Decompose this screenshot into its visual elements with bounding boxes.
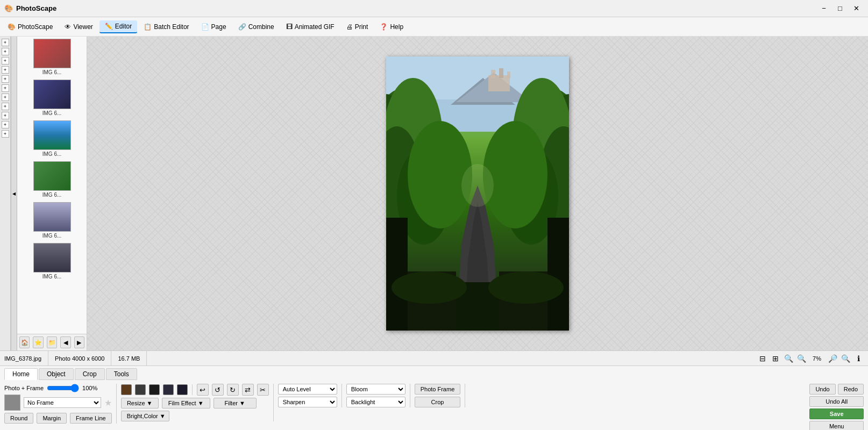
round-button[interactable]: Round xyxy=(4,413,33,424)
rotate-cw-btn[interactable]: ↺ xyxy=(212,384,224,396)
tree-expand-5[interactable]: + xyxy=(2,75,9,83)
svg-point-25 xyxy=(461,164,494,207)
nav-back-btn[interactable]: ◀ xyxy=(60,336,70,348)
menu-photoscape[interactable]: 🎨 PhotoScape xyxy=(2,21,58,33)
tab-crop[interactable]: Crop xyxy=(75,368,105,380)
tree-expand-11[interactable]: + xyxy=(2,130,9,138)
svg-point-19 xyxy=(483,121,547,228)
app-title: PhotoScape xyxy=(16,4,56,12)
close-button[interactable]: ✕ xyxy=(849,3,864,15)
menu-page[interactable]: 📄 Page xyxy=(196,21,232,33)
resize-filter-row: Resize ▼ Film Effect ▼ Filter ▼ xyxy=(121,398,269,408)
thumbnail-label: IMG 6... xyxy=(42,110,62,116)
divider-1 xyxy=(192,384,193,395)
bright-color-button[interactable]: Bright,Color ▼ xyxy=(121,411,169,421)
undo-button[interactable]: Undo xyxy=(809,384,835,395)
thumbnail-image xyxy=(33,39,71,68)
filename-text: IMG_6378.jpg xyxy=(4,355,41,362)
tree-expand-6[interactable]: + xyxy=(2,84,9,92)
titlebar-controls: − □ ✕ xyxy=(816,3,864,15)
svg-point-28 xyxy=(392,271,467,304)
fit-all-btn[interactable]: ⊞ xyxy=(770,353,781,364)
favorite-star-btn[interactable]: ★ xyxy=(104,398,112,408)
save-button[interactable]: Save xyxy=(809,408,864,419)
nav-star-btn[interactable]: ⭐ xyxy=(33,336,43,348)
film-effect-button[interactable]: Film Effect ▼ xyxy=(162,398,210,408)
menu-button[interactable]: Menu xyxy=(809,421,864,430)
auto-level-select[interactable]: Auto Level xyxy=(278,384,337,395)
nav-folder-btn[interactable]: 📁 xyxy=(47,336,57,348)
tree-expand-2[interactable]: + xyxy=(2,48,9,55)
batch-label: Batch Editor xyxy=(154,23,189,31)
list-item[interactable]: IMG 6... xyxy=(19,120,84,157)
thumbnail-image xyxy=(33,202,71,232)
menu-viewer[interactable]: 👁 Viewer xyxy=(59,21,98,33)
list-item[interactable]: IMG 6... xyxy=(19,243,84,280)
menu-gif[interactable]: 🎞 Animated GIF xyxy=(281,21,340,33)
canvas-area xyxy=(87,37,868,350)
tree-expand-10[interactable]: + xyxy=(2,121,9,128)
filename-segment: IMG_6378.jpg xyxy=(4,351,48,366)
thumbnail-image xyxy=(33,161,71,191)
tree-expand-1[interactable]: + xyxy=(2,39,9,46)
filter-button[interactable]: Filter ▼ xyxy=(214,398,257,408)
menu-print[interactable]: 🖨 Print xyxy=(341,21,374,33)
app-icon: 🎨 xyxy=(4,4,13,12)
menu-combine[interactable]: 🔗 Combine xyxy=(233,21,280,33)
nav-fwd-btn[interactable]: ▶ xyxy=(74,336,84,348)
viewer-label: Viewer xyxy=(73,23,93,31)
list-item[interactable]: IMG 6... xyxy=(19,202,84,239)
maximize-button[interactable]: □ xyxy=(833,3,848,15)
menu-help[interactable]: ❓ Help xyxy=(374,21,409,33)
margin-button[interactable]: Margin xyxy=(37,413,67,424)
tree-expand-4[interactable]: + xyxy=(2,66,9,74)
sidebar-collapse[interactable]: ◀ xyxy=(11,37,17,350)
rotate-ccw-btn[interactable]: ↩ xyxy=(197,384,209,396)
flip-h-btn[interactable]: ↻ xyxy=(227,384,239,396)
swatch-darkblue[interactable] xyxy=(163,384,174,395)
zoom-in-icon-btn[interactable]: 🔍 xyxy=(783,353,794,364)
sharpen-select[interactable]: Sharpen xyxy=(278,397,337,407)
bloom-select[interactable]: Bloom xyxy=(346,384,405,395)
menu-editor[interactable]: ✏️ Editor xyxy=(99,20,137,33)
minimize-button[interactable]: − xyxy=(816,3,831,15)
tree-expand-8[interactable]: + xyxy=(2,103,9,110)
cut-btn[interactable]: ✂ xyxy=(257,384,269,396)
list-item[interactable]: IMG 6... xyxy=(19,80,84,116)
right-action-panel: Undo Redo Undo All Save Menu xyxy=(809,384,864,430)
photo-frame-btn[interactable]: Photo Frame xyxy=(415,384,461,395)
swatch-brown[interactable] xyxy=(121,384,132,395)
frame-dropdown[interactable]: No Frame xyxy=(24,397,101,408)
swatch-black[interactable] xyxy=(149,384,160,395)
list-item[interactable]: IMG 6... xyxy=(19,161,84,198)
help-label: Help xyxy=(390,23,403,31)
frame-slider[interactable] xyxy=(47,384,79,392)
resize-button[interactable]: Resize ▼ xyxy=(121,398,159,408)
info-btn[interactable]: ℹ xyxy=(853,353,864,364)
zoom-out-btn[interactable]: 🔍 xyxy=(840,353,851,364)
bloom-row: Bloom xyxy=(346,384,405,395)
swatch-navy[interactable] xyxy=(177,384,188,395)
swatch-darkgray[interactable] xyxy=(135,384,146,395)
zoom-lock-btn[interactable]: 🔍 xyxy=(796,353,807,364)
tab-home[interactable]: Home xyxy=(4,368,38,380)
fit-width-btn[interactable]: ⊟ xyxy=(757,353,768,364)
statusbar: IMG_6378.jpg Photo 4000 x 6000 16.7 MB ⊟… xyxy=(0,350,868,366)
undo-all-button[interactable]: Undo All xyxy=(809,396,864,407)
tree-expand-7[interactable]: + xyxy=(2,94,9,101)
tree-expand-3[interactable]: + xyxy=(2,57,9,64)
sidebar-nav: + + + + + + + + + + + xyxy=(0,37,11,350)
zoom-in-btn[interactable]: 🔎 xyxy=(827,353,838,364)
nav-home-btn[interactable]: 🏠 xyxy=(19,336,30,348)
thumbnail-label: IMG 6... xyxy=(42,192,62,198)
redo-button[interactable]: Redo xyxy=(838,384,864,395)
tab-object[interactable]: Object xyxy=(39,368,74,380)
list-item[interactable]: IMG 6... xyxy=(19,39,84,75)
flip-v-btn[interactable]: ⇄ xyxy=(242,384,254,396)
tree-expand-9[interactable]: + xyxy=(2,112,9,119)
backlight-select[interactable]: Backlight xyxy=(346,397,405,407)
menu-batch[interactable]: 📋 Batch Editor xyxy=(138,21,194,33)
tab-tools[interactable]: Tools xyxy=(106,368,137,380)
crop-btn[interactable]: Crop xyxy=(415,397,461,407)
frame-line-button[interactable]: Frame Line xyxy=(70,413,112,424)
